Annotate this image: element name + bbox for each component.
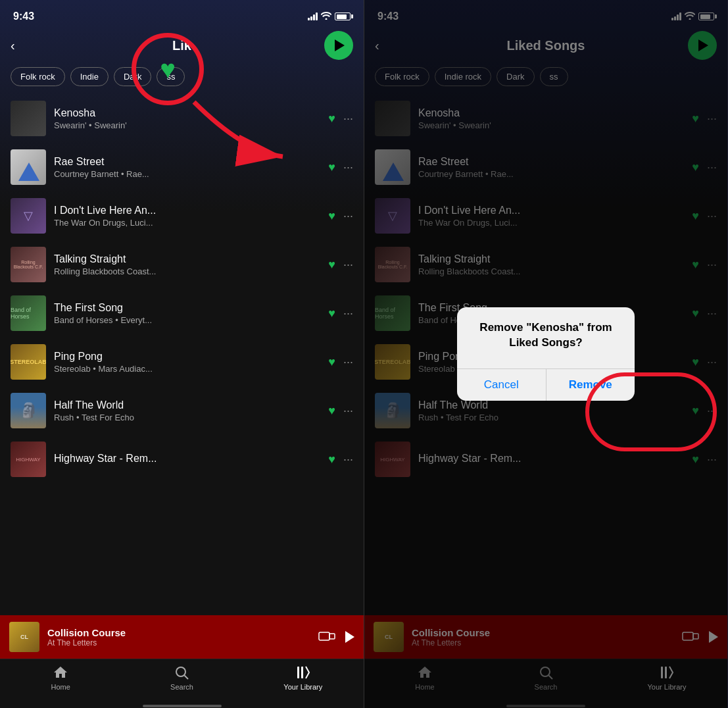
home-indicator-left [0, 704, 364, 708]
right-panel: 9:43 ‹ Liked Songs Folk ro [364, 0, 727, 708]
song-art-kenosha-left [11, 101, 46, 136]
search-icon-left [174, 665, 189, 680]
heart-icon-rolling-left[interactable]: ♥ [328, 258, 335, 272]
more-button-stereolab-left[interactable]: ··· [343, 355, 353, 369]
nav-library-left[interactable]: Your Library [243, 665, 364, 691]
battery-icon-left [335, 13, 351, 20]
song-info-rae-left: Rae Street Courtney Barnett • Rae... [54, 156, 320, 179]
nav-search-label-left: Search [170, 683, 193, 691]
heart-icon-highway-left[interactable]: ♥ [328, 453, 335, 467]
filter-row-left: Folk rock Indie Dark ss [0, 62, 364, 91]
more-button-band-left[interactable]: ··· [343, 307, 353, 320]
dialog-overlay: Remove "Kenosha" from Liked Songs? Cance… [364, 0, 727, 708]
remove-dialog: Remove "Kenosha" from Liked Songs? Cance… [457, 307, 635, 400]
song-art-war-left: ▽ [11, 198, 46, 234]
play-icon-left [335, 39, 345, 51]
song-meta-stereolab-left: Stereolab • Mars Audiac... [54, 364, 320, 374]
song-meta-kenosha-left: Swearin' • Swearin' [54, 120, 320, 130]
song-art-stereolab-left: STEREOLAB [11, 344, 46, 380]
song-info-kenosha-left: Kenosha Swearin' • Swearin' [54, 107, 320, 130]
song-item-highway-left[interactable]: HIGHWAY Highway Star - Rem... ♥ ··· [0, 435, 364, 484]
song-info-war-left: I Don't Live Here An... The War On Drugs… [54, 205, 320, 228]
chip-ss-left[interactable]: ss [157, 67, 185, 86]
song-title-stereolab-left: Ping Pong [54, 351, 320, 363]
more-button-rae-left[interactable]: ··· [343, 161, 353, 174]
song-title-kenosha-left: Kenosha [54, 107, 320, 119]
more-button-war-left[interactable]: ··· [343, 209, 353, 223]
dialog-remove-button[interactable]: Remove [546, 369, 635, 401]
song-item-rush-left[interactable]: 🗿 Half The World Rush • Test For Echo ♥ … [0, 386, 364, 435]
song-meta-band-left: Band of Horses • Everyt... [54, 315, 320, 325]
nav-library-label-left: Your Library [283, 683, 322, 691]
dialog-cancel-button[interactable]: Cancel [457, 369, 546, 401]
home-icon-left [53, 665, 68, 680]
more-button-kenosha-left[interactable]: ··· [343, 112, 353, 126]
library-icon-left [295, 665, 311, 680]
song-item-stereolab-left[interactable]: STEREOLAB Ping Pong Stereolab • Mars Aud… [0, 338, 364, 386]
svg-rect-4 [297, 667, 299, 678]
svg-point-2 [176, 667, 185, 676]
signal-icon-left [308, 13, 318, 20]
connect-icon-left[interactable] [318, 630, 336, 644]
status-icons-left [308, 12, 351, 22]
play-button-left[interactable] [324, 31, 353, 60]
dialog-body: Remove "Kenosha" from Liked Songs? [457, 307, 635, 357]
chip-indie-left[interactable]: Indie [70, 67, 109, 86]
nav-home-left[interactable]: Home [0, 665, 121, 691]
song-title-rae-left: Rae Street [54, 156, 320, 168]
song-item-kenosha-left[interactable]: Kenosha Swearin' • Swearin' ♥ ··· [0, 94, 364, 143]
more-button-rolling-left[interactable]: ··· [343, 258, 353, 272]
song-art-rae-left [11, 149, 46, 185]
song-title-highway-left: Highway Star - Rem... [54, 453, 320, 465]
now-controls-left [318, 630, 354, 644]
song-art-band-left: Band of Horses [11, 295, 46, 331]
bottom-nav-left: Home Search Your Library [0, 659, 364, 704]
svg-line-3 [185, 676, 189, 680]
song-info-rolling-left: Talking Straight Rolling Blackboots Coas… [54, 253, 320, 276]
heart-icon-rush-left[interactable]: ♥ [328, 404, 335, 418]
now-title-left: Collision Course [47, 627, 310, 638]
more-button-rush-left[interactable]: ··· [343, 404, 353, 418]
now-playing-left[interactable]: CL Collision Course At The Letters [0, 615, 364, 659]
song-item-rae-left[interactable]: Rae Street Courtney Barnett • Rae... ♥ ·… [0, 143, 364, 191]
dialog-buttons: Cancel Remove [457, 369, 635, 401]
song-meta-rush-left: Rush • Test For Echo [54, 413, 320, 422]
now-info-left: Collision Course At The Letters [47, 627, 310, 647]
song-art-rolling-left: Rolling Blackouts C.F. [11, 247, 46, 282]
page-title-left: Lik [172, 38, 191, 53]
song-meta-rolling-left: Rolling Blackboots Coast... [54, 266, 320, 276]
now-art-left: CL [9, 622, 39, 652]
status-bar-left: 9:43 [0, 0, 364, 29]
song-info-band-left: The First Song Band of Horses • Everyt..… [54, 302, 320, 325]
back-button-left[interactable]: ‹ [11, 38, 15, 53]
song-meta-rae-left: Courtney Barnett • Rae... [54, 169, 320, 179]
song-art-highway-left: HIGHWAY [11, 442, 46, 477]
song-item-rolling-left[interactable]: Rolling Blackouts C.F. Talking Straight … [0, 240, 364, 289]
song-title-rolling-left: Talking Straight [54, 253, 320, 265]
heart-icon-rae-left[interactable]: ♥ [328, 161, 335, 174]
song-title-war-left: I Don't Live Here An... [54, 205, 320, 216]
song-info-highway-left: Highway Star - Rem... [54, 453, 320, 466]
play-icon-nowplaying-left[interactable] [345, 631, 354, 643]
heart-icon-band-left[interactable]: ♥ [328, 307, 335, 320]
status-time-left: 9:43 [13, 11, 34, 22]
svg-rect-0 [319, 632, 329, 640]
song-item-band-left[interactable]: Band of Horses The First Song Band of Ho… [0, 289, 364, 338]
song-title-band-left: The First Song [54, 302, 320, 314]
svg-rect-5 [301, 667, 303, 678]
nav-home-label-left: Home [51, 683, 70, 691]
chip-folk-left[interactable]: Folk rock [11, 67, 65, 86]
more-button-highway-left[interactable]: ··· [343, 453, 353, 467]
song-item-war-left[interactable]: ▽ I Don't Live Here An... The War On Dru… [0, 191, 364, 240]
song-info-stereolab-left: Ping Pong Stereolab • Mars Audiac... [54, 351, 320, 374]
svg-rect-1 [329, 634, 335, 639]
chip-dark-left[interactable]: Dark [114, 67, 151, 86]
song-meta-war-left: The War On Drugs, Luci... [54, 218, 320, 228]
wifi-icon-left [321, 12, 331, 22]
heart-icon-war-left[interactable]: ♥ [328, 209, 335, 223]
now-artist-left: At The Letters [47, 638, 310, 647]
heart-icon-kenosha-left[interactable]: ♥ [328, 112, 335, 126]
nav-search-left[interactable]: Search [121, 665, 242, 691]
song-list-left: Kenosha Swearin' • Swearin' ♥ ··· Rae St… [0, 91, 364, 615]
heart-icon-stereolab-left[interactable]: ♥ [328, 355, 335, 369]
